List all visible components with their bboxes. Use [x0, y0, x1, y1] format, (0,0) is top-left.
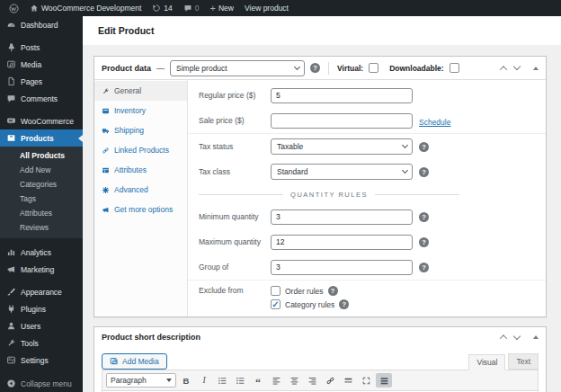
- truck-icon: [102, 127, 110, 135]
- tab-get-more-options[interactable]: Get more options: [94, 200, 187, 219]
- move-down-icon[interactable]: [513, 332, 521, 339]
- category-rules-checkbox[interactable]: ✓: [271, 299, 280, 309]
- divider: [328, 62, 329, 75]
- megaphone-icon: [6, 264, 16, 274]
- sale-price-label: Sale price ($): [199, 116, 271, 125]
- move-up-icon[interactable]: [500, 66, 507, 73]
- wrench-icon: [6, 338, 16, 348]
- submenu-attributes[interactable]: Attributes: [0, 206, 83, 220]
- media-icon: [110, 357, 119, 366]
- new-menu[interactable]: + New: [207, 0, 237, 16]
- tab-text[interactable]: Text: [508, 353, 539, 370]
- tab-shipping[interactable]: Shipping: [94, 120, 187, 140]
- sidebar-item-media[interactable]: Media: [0, 56, 83, 73]
- numbered-list-button[interactable]: [232, 373, 248, 388]
- sidebar-item-posts[interactable]: Posts: [0, 39, 83, 56]
- regular-price-label: Regular price ($): [199, 91, 271, 100]
- virtual-checkbox[interactable]: [369, 63, 378, 73]
- help-icon[interactable]: ?: [339, 299, 349, 309]
- updates-count: 14: [164, 4, 172, 13]
- fullscreen-button[interactable]: [358, 373, 374, 388]
- submenu-all-products[interactable]: All Products: [0, 148, 83, 163]
- sidebar-item-tools[interactable]: Tools: [0, 334, 83, 352]
- bullet-list-button[interactable]: [214, 373, 230, 388]
- tab-linked-products[interactable]: Linked Products: [94, 140, 187, 160]
- quantity-rules-title: QUANTITY RULES: [290, 191, 368, 199]
- sidebar-item-pages[interactable]: Pages: [0, 73, 83, 90]
- comments-menu[interactable]: 0: [180, 0, 203, 16]
- tab-inventory[interactable]: Inventory: [94, 101, 187, 120]
- submenu-add-new[interactable]: Add New: [0, 163, 83, 177]
- tax-status-select[interactable]: Taxable: [271, 138, 413, 155]
- move-down-icon[interactable]: [513, 63, 521, 70]
- submenu-reviews[interactable]: Reviews: [0, 220, 83, 235]
- bold-button[interactable]: B: [178, 373, 194, 388]
- align-left-button[interactable]: [268, 373, 284, 388]
- sale-price-input[interactable]: [271, 113, 413, 129]
- tab-general[interactable]: General: [94, 81, 187, 101]
- tax-class-label: Tax class: [199, 167, 271, 176]
- paragraph-format-select[interactable]: Paragraph: [106, 373, 176, 388]
- help-icon[interactable]: ?: [310, 63, 320, 73]
- add-media-button[interactable]: Add Media: [102, 353, 167, 370]
- regular-price-input[interactable]: [271, 88, 413, 103]
- site-menu[interactable]: WooCommerce Development: [26, 0, 145, 16]
- help-icon[interactable]: ?: [419, 263, 429, 272]
- media-icon: [6, 59, 16, 69]
- help-icon[interactable]: ?: [419, 167, 429, 177]
- insert-link-button[interactable]: [322, 373, 338, 388]
- bar-chart-icon: [6, 247, 16, 257]
- collapse-menu-button[interactable]: Collapse menu: [0, 375, 83, 392]
- blockquote-button[interactable]: “: [250, 373, 266, 388]
- wordpress-logo-icon[interactable]: [5, 0, 22, 16]
- max-quantity-input[interactable]: [271, 235, 413, 250]
- toggle-panel-icon[interactable]: [533, 67, 539, 70]
- tab-visual[interactable]: Visual: [468, 354, 505, 370]
- help-icon[interactable]: ?: [419, 142, 429, 152]
- products-submenu: All Products Add New Categories Tags Att…: [0, 147, 83, 238]
- tax-status-row: Tax status Taxable ?: [188, 134, 546, 159]
- sidebar-item-appearance[interactable]: Appearance: [0, 283, 83, 300]
- downloadable-label: Downloadable:: [389, 64, 443, 73]
- product-type-select[interactable]: Simple product: [170, 60, 305, 76]
- tab-attributes[interactable]: Attributes: [94, 160, 187, 180]
- italic-button[interactable]: I: [196, 373, 212, 388]
- sidebar-item-dashboard[interactable]: Dashboard: [0, 16, 83, 33]
- sidebar-item-settings[interactable]: Settings: [0, 352, 83, 369]
- sidebar-item-woocommerce[interactable]: WooCommerce: [0, 112, 83, 129]
- submenu-tags[interactable]: Tags: [0, 192, 83, 206]
- move-up-icon[interactable]: [500, 334, 507, 342]
- align-right-button[interactable]: [304, 373, 320, 388]
- brush-icon: [6, 287, 16, 297]
- product-data-panel: Product data — Simple product ? Virtual:…: [94, 56, 547, 317]
- group-of-input[interactable]: [271, 260, 413, 275]
- sidebar-item-users[interactable]: Users: [0, 317, 83, 334]
- toolbar-toggle-button[interactable]: [376, 373, 392, 388]
- tab-advanced[interactable]: Advanced: [94, 180, 187, 200]
- gear-icon: [102, 186, 110, 194]
- sidebar-item-products[interactable]: Products: [0, 129, 83, 147]
- products-icon: [6, 133, 16, 143]
- help-icon[interactable]: ?: [419, 237, 429, 247]
- read-more-button[interactable]: [340, 373, 356, 388]
- align-center-button[interactable]: [286, 373, 302, 388]
- sidebar-item-marketing[interactable]: Marketing: [0, 261, 83, 278]
- sidebar-item-comments[interactable]: Comments: [0, 90, 83, 107]
- exclude-from-label: Exclude from: [199, 286, 271, 309]
- order-rules-checkbox[interactable]: [271, 286, 280, 296]
- help-icon[interactable]: ?: [419, 212, 429, 222]
- toggle-panel-icon[interactable]: [533, 335, 539, 339]
- downloadable-checkbox[interactable]: [450, 63, 459, 73]
- view-product-link[interactable]: View product: [241, 0, 292, 16]
- tax-class-select[interactable]: Standard: [271, 164, 413, 180]
- schedule-link[interactable]: Schedule: [419, 118, 450, 127]
- sidebar-item-analytics[interactable]: Analytics: [0, 244, 83, 261]
- sidebar-item-plugins[interactable]: Plugins: [0, 300, 83, 317]
- content-area: Edit Product Product data — Simple produ…: [83, 16, 561, 392]
- help-icon[interactable]: ?: [328, 286, 338, 296]
- submenu-categories[interactable]: Categories: [0, 177, 83, 192]
- updates-menu[interactable]: 14: [148, 0, 175, 16]
- min-quantity-input[interactable]: [271, 209, 413, 225]
- product-data-title: Product data: [102, 64, 151, 73]
- check-icon: ✓: [272, 300, 279, 308]
